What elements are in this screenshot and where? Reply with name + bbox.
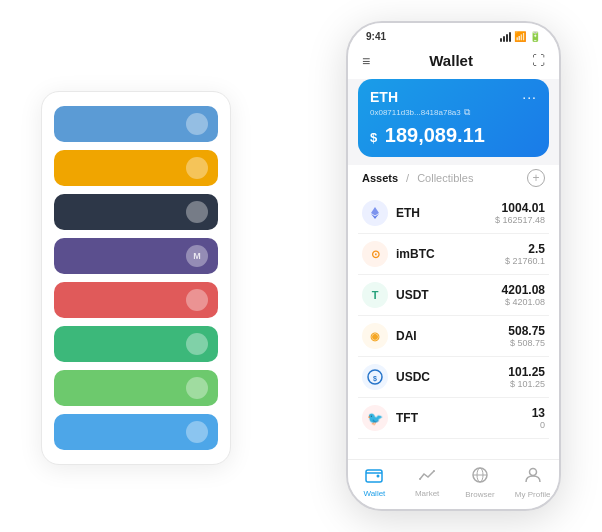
card-dot: [186, 333, 208, 355]
wallet-nav-icon: [365, 467, 383, 487]
assets-list: ETH 1004.01 $ 162517.48 ⊙ imBTC 2.5 $ 21…: [348, 193, 559, 459]
status-time: 9:41: [366, 31, 386, 42]
phone: 9:41 📶 🔋 ≡ Wallet ⛶ ETH ···: [346, 21, 561, 511]
expand-icon[interactable]: ⛶: [532, 53, 545, 68]
svg-text:$: $: [373, 375, 377, 383]
tab-assets[interactable]: Assets: [362, 172, 398, 184]
asset-amount: 101.25: [508, 365, 545, 379]
tab-collectibles[interactable]: Collectibles: [417, 172, 473, 184]
asset-name: ETH: [396, 206, 420, 220]
market-nav-icon: [418, 467, 436, 487]
tft-icon: 🐦: [362, 405, 388, 431]
nav-item-wallet[interactable]: Wallet: [348, 467, 401, 498]
asset-usd: $ 21760.1: [505, 256, 545, 266]
svg-point-7: [433, 470, 435, 472]
usdc-icon: $: [362, 364, 388, 390]
nav-item-profile[interactable]: My Profile: [506, 466, 559, 499]
asset-amount: 4201.08: [502, 283, 545, 297]
status-bar: 9:41 📶 🔋: [348, 23, 559, 46]
table-row[interactable]: ⊙ imBTC 2.5 $ 21760.1: [358, 234, 549, 275]
table-row[interactable]: ETH 1004.01 $ 162517.48: [358, 193, 549, 234]
asset-usd: $ 162517.48: [495, 215, 545, 225]
svg-point-5: [377, 475, 380, 478]
asset-usd: $ 4201.08: [502, 297, 545, 307]
card-dot: [186, 113, 208, 135]
add-asset-button[interactable]: +: [527, 169, 545, 187]
list-item[interactable]: [54, 194, 218, 230]
svg-marker-0: [371, 207, 379, 216]
bottom-nav: Wallet Market Browser My Profile: [348, 459, 559, 509]
table-row[interactable]: T USDT 4201.08 $ 4201.08: [358, 275, 549, 316]
list-item[interactable]: [54, 326, 218, 362]
imbtc-icon: ⊙: [362, 241, 388, 267]
asset-amount: 2.5: [505, 242, 545, 256]
eth-card-more-button[interactable]: ···: [522, 89, 537, 105]
eth-card-balance: $ 189,089.11: [370, 124, 537, 147]
asset-amount: 13: [532, 406, 545, 420]
asset-amount: 1004.01: [495, 201, 545, 215]
browser-nav-label: Browser: [465, 490, 494, 499]
list-item[interactable]: [54, 106, 218, 142]
svg-rect-4: [366, 470, 382, 482]
card-stack: M: [41, 91, 231, 465]
asset-name: imBTC: [396, 247, 435, 261]
svg-point-11: [529, 469, 536, 476]
list-item[interactable]: [54, 370, 218, 406]
card-dot: M: [186, 245, 208, 267]
asset-usd: $ 101.25: [508, 379, 545, 389]
signal-icon: [500, 32, 511, 42]
assets-header: Assets / Collectibles +: [348, 165, 559, 193]
assets-tabs: Assets / Collectibles: [362, 172, 473, 184]
status-icons: 📶 🔋: [500, 31, 541, 42]
list-item[interactable]: M: [54, 238, 218, 274]
asset-usd: 0: [532, 420, 545, 430]
asset-name: DAI: [396, 329, 417, 343]
table-row[interactable]: ◉ DAI 508.75 $ 508.75: [358, 316, 549, 357]
page-title: Wallet: [429, 52, 473, 69]
eth-card-address: 0x08711d3b...8418a78a3 ⧉: [370, 107, 537, 118]
market-nav-label: Market: [415, 489, 439, 498]
asset-amount: 508.75: [508, 324, 545, 338]
nav-item-browser[interactable]: Browser: [454, 466, 507, 499]
card-dot: [186, 421, 208, 443]
wallet-nav-label: Wallet: [363, 489, 385, 498]
profile-nav-label: My Profile: [515, 490, 551, 499]
eth-card-symbol: ETH: [370, 89, 398, 105]
battery-icon: 🔋: [529, 31, 541, 42]
asset-usd: $ 508.75: [508, 338, 545, 348]
eth-card-top: ETH ···: [370, 89, 537, 105]
card-dot: [186, 157, 208, 179]
asset-name: USDC: [396, 370, 430, 384]
wifi-icon: 📶: [514, 31, 526, 42]
svg-point-6: [419, 478, 421, 480]
eth-icon: [362, 200, 388, 226]
menu-icon[interactable]: ≡: [362, 53, 370, 69]
browser-nav-icon: [471, 466, 489, 488]
usdt-icon: T: [362, 282, 388, 308]
asset-name: TFT: [396, 411, 418, 425]
list-item[interactable]: [54, 414, 218, 450]
table-row[interactable]: 🐦 TFT 13 0: [358, 398, 549, 439]
scene: M 9:41 📶 🔋: [11, 11, 591, 521]
list-item[interactable]: [54, 282, 218, 318]
list-item[interactable]: [54, 150, 218, 186]
table-row[interactable]: $ USDC 101.25 $ 101.25: [358, 357, 549, 398]
card-dot: [186, 289, 208, 311]
eth-card[interactable]: ETH ··· 0x08711d3b...8418a78a3 ⧉ $ 189,0…: [358, 79, 549, 157]
card-dot: [186, 201, 208, 223]
card-dot: [186, 377, 208, 399]
dai-icon: ◉: [362, 323, 388, 349]
phone-header: ≡ Wallet ⛶: [348, 46, 559, 79]
profile-nav-icon: [524, 466, 542, 488]
nav-item-market[interactable]: Market: [401, 467, 454, 498]
asset-name: USDT: [396, 288, 429, 302]
tab-separator: /: [406, 172, 409, 184]
